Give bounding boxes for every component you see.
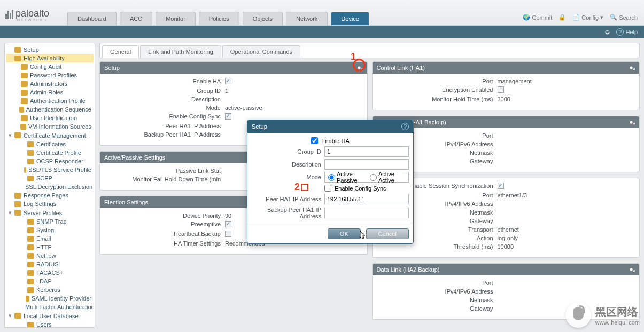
sidebar-item-snmp-trap[interactable]: SNMP Trap [6, 217, 94, 226]
backup-peer-ha1-label: Backup Peer HA1 IP Address [252, 207, 321, 219]
folder-icon [14, 313, 21, 319]
tab-objects[interactable]: Objects [243, 12, 283, 25]
tab-policies[interactable]: Policies [199, 12, 239, 25]
sidebar-item-password-profiles[interactable]: Password Profiles [6, 71, 94, 80]
top-bar: paloalto NETWORKS DashboardACCMonitorPol… [0, 0, 644, 26]
context-bar: ? Help [0, 26, 644, 38]
field-row: Portmanagement [380, 77, 632, 85]
field-value [225, 231, 231, 238]
field-row: Group ID1 [107, 86, 360, 95]
field-label: Mode [107, 105, 225, 111]
sidebar-item-vm-information-sources[interactable]: VM Information Sources [6, 122, 94, 131]
mode-active-passive-radio[interactable] [328, 174, 335, 181]
sidebar-item-netflow[interactable]: Netflow [6, 251, 94, 260]
sidebar-item-radius[interactable]: RADIUS [6, 260, 94, 268]
enable-config-sync-checkbox[interactable] [324, 185, 331, 192]
sidebar-item-authentication-profile[interactable]: Authentication Profile [6, 97, 94, 105]
sidebar-item-log-settings[interactable]: Log Settings [6, 200, 94, 208]
field-value [498, 86, 504, 94]
folder-icon [21, 90, 28, 96]
sidebar-item-administrators[interactable]: Administrators [6, 80, 94, 88]
gear-icon[interactable] [627, 64, 635, 72]
folder-icon [21, 73, 28, 78]
sidebar-item-user-identification[interactable]: User Identification [6, 114, 94, 122]
tab-monitor[interactable]: Monitor [156, 12, 196, 25]
subtab-operational-commands[interactable]: Operational Commands [222, 45, 300, 58]
modal-footer: OK Cancel [247, 224, 413, 243]
sidebar-item-certificate-profile[interactable]: Certificate Profile [6, 148, 94, 157]
subtab-general[interactable]: General [102, 45, 139, 58]
sidebar-item-http[interactable]: HTTP [6, 243, 94, 251]
folder-icon [20, 124, 26, 130]
field-label: Monitor Hold Time (ms) [380, 96, 498, 102]
panel-header: Setup [100, 62, 367, 74]
peer-ha1-input[interactable] [324, 194, 409, 204]
field-label: Backup Peer HA1 IP Address [107, 131, 225, 138]
description-input[interactable] [324, 159, 409, 170]
field-label: Threshold (ms) [380, 243, 498, 250]
tab-acc[interactable]: ACC [120, 12, 152, 25]
backup-peer-ha1-input[interactable] [324, 208, 409, 218]
subtab-link-and-path-monitoring[interactable]: Link and Path Monitoring [140, 45, 221, 58]
group-id-input[interactable] [324, 146, 409, 157]
logo-brand: paloalto [15, 8, 49, 19]
sidebar-item-ssl-decryption-exclusion[interactable]: SSL Decryption Exclusion [6, 183, 94, 191]
sidebar-item-setup[interactable]: Setup [6, 45, 94, 54]
field-row: Port [380, 279, 632, 287]
tab-dashboard[interactable]: Dashboard [67, 12, 117, 25]
folder-icon [27, 141, 34, 147]
gear-icon[interactable] [627, 118, 635, 126]
sidebar-item-multi-factor-authentication[interactable]: Multi Factor Authentication [6, 303, 94, 311]
sidebar-item-scep[interactable]: SCEP [6, 174, 94, 183]
sidebar-item-ssl-tls-service-profile[interactable]: SSL/TLS Service Profile [6, 165, 94, 174]
folder-icon [14, 193, 21, 199]
sidebar-item-ocsp-responder[interactable]: OCSP Responder [6, 157, 94, 165]
checkbox-icon [225, 231, 231, 237]
sidebar-item-users[interactable]: Users [6, 320, 94, 328]
sidebar-item-tacacs-[interactable]: TACACS+ [6, 268, 94, 277]
sidebar-item-admin-roles[interactable]: Admin Roles [6, 88, 94, 97]
gear-icon[interactable] [627, 266, 635, 273]
mode-active-active-radio[interactable] [370, 174, 377, 181]
peer-ha1-label: Peer HA1 IP Address [252, 196, 321, 202]
sidebar-item-saml-identity-provider[interactable]: SAML Identity Provider [6, 294, 94, 303]
field-value [498, 183, 504, 190]
panel-body: PortmanagementEncryption EnabledMonitor … [373, 74, 640, 110]
refresh-icon[interactable] [604, 29, 611, 36]
field-label: Monitor Fail Hold Down Time (min [107, 176, 225, 183]
lock-icon[interactable]: 🔒 [558, 14, 566, 21]
sidebar-item-response-pages[interactable]: Response Pages [6, 191, 94, 200]
sidebar-item-syslog[interactable]: Syslog [6, 226, 94, 234]
sidebar-item-config-audit[interactable]: Config Audit [6, 62, 94, 71]
tab-device[interactable]: Device [331, 12, 369, 25]
folder-icon [27, 270, 34, 276]
config-dropdown[interactable]: 📄 Config ▾ [572, 14, 603, 21]
sidebar-item-certificate-management[interactable]: ▾Certificate Management [6, 131, 94, 140]
folder-icon [27, 322, 34, 328]
ok-button[interactable]: OK [328, 228, 361, 239]
sidebar-item-email[interactable]: Email [6, 234, 94, 243]
commit-button[interactable]: 🌍 Commit [523, 14, 552, 21]
sidebar-item-ldap[interactable]: LDAP [6, 277, 94, 286]
field-label: Port [380, 280, 498, 286]
modal-help-icon[interactable]: ? [401, 123, 409, 130]
help-link[interactable]: ? Help [616, 28, 638, 36]
logo-bars-icon [5, 10, 13, 19]
field-row: Actionlog-only [380, 234, 632, 242]
sidebar-item-certificates[interactable]: Certificates [6, 140, 94, 148]
sidebar-item-high-availability[interactable]: High Availability [6, 54, 94, 62]
enable-ha-checkbox[interactable] [311, 137, 318, 144]
field-value: management [498, 78, 532, 84]
sidebar-item-authentication-sequence[interactable]: Authentication Sequence [6, 105, 94, 114]
tab-network[interactable]: Network [286, 12, 328, 25]
search-button[interactable]: 🔍 Search [610, 14, 638, 21]
field-label: Gateway [380, 305, 498, 312]
gear-icon[interactable] [355, 64, 363, 72]
sidebar-item-local-user-database[interactable]: ▾Local User Database [6, 311, 94, 320]
cancel-button[interactable]: Cancel [366, 228, 409, 239]
sidebar[interactable]: SetupHigh AvailabilityConfig AuditPasswo… [4, 43, 95, 328]
sidebar-item-kerberos[interactable]: Kerberos [6, 286, 94, 294]
field-value: 10000 [498, 243, 514, 250]
folder-icon [21, 98, 28, 104]
sidebar-item-server-profiles[interactable]: ▾Server Profiles [6, 208, 94, 217]
